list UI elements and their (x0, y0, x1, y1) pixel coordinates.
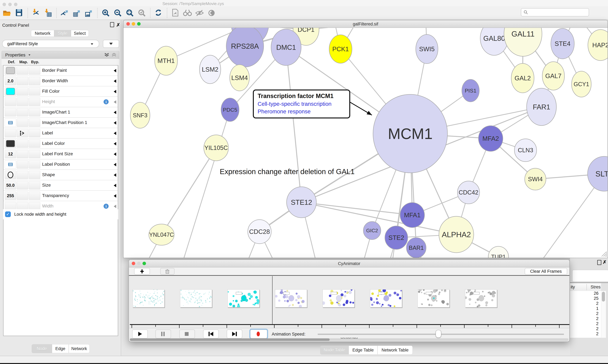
float-panel-icon[interactable] (597, 260, 601, 265)
zoom-in-button[interactable] (101, 8, 111, 18)
bypass-cell[interactable] (29, 87, 40, 95)
network-node-cdc42[interactable]: CDC42 (457, 181, 480, 204)
tab-network[interactable]: Network (31, 30, 54, 37)
frame-thumbnail-1[interactable] (180, 289, 212, 307)
frame-thumbnail-2[interactable] (228, 289, 260, 307)
default-value-cell[interactable] (5, 140, 16, 148)
mapping-cell[interactable] (17, 192, 28, 200)
default-value-cell[interactable]: 255 (5, 192, 16, 200)
network-node-cln3[interactable]: CLN3 (514, 139, 537, 162)
network-node-bar1[interactable]: BAR1 (406, 238, 426, 258)
bypass-cell[interactable] (29, 108, 40, 116)
network-node-alpha2[interactable]: ALPHA2 (439, 216, 474, 253)
bypass-cell[interactable] (29, 98, 40, 106)
open-session-button[interactable] (2, 8, 12, 18)
close-panel-icon[interactable]: ✗ (603, 259, 607, 265)
table-row[interactable]: 2 (570, 301, 601, 306)
tab-edge-table[interactable]: Edge Table (349, 346, 377, 354)
network-node-hap2[interactable]: HAP2 (588, 30, 608, 61)
skip-start-button[interactable] (203, 329, 219, 338)
frame-thumbnail-4[interactable] (322, 289, 355, 307)
expand-all-icon[interactable] (104, 53, 110, 57)
mapping-cell[interactable] (17, 160, 28, 169)
table-row[interactable]: 1 (570, 306, 601, 311)
scrollbar-thumb[interactable] (130, 338, 330, 341)
search-input[interactable] (521, 8, 589, 16)
cyanimator-titlebar[interactable]: CyAnimator (129, 260, 569, 267)
table-row[interactable]: 2 (570, 326, 601, 331)
mapping-cell[interactable] (17, 118, 28, 127)
network-node-mth1[interactable]: MTH1 (155, 46, 178, 75)
table-row[interactable]: 25 (570, 296, 601, 301)
expand-property-icon[interactable] (114, 69, 116, 72)
network-node-ste2[interactable]: STE2 (385, 226, 408, 249)
mapping-cell[interactable] (17, 108, 28, 116)
frame-thumbnail-5[interactable] (370, 289, 402, 307)
bypass-cell[interactable] (29, 77, 40, 85)
default-value-cell[interactable] (5, 171, 16, 179)
frame-thumbnail-6[interactable] (417, 289, 450, 307)
network-node-pis1[interactable]: PIS1 (462, 79, 479, 102)
mapping-cell[interactable] (17, 181, 28, 189)
network-node-gcy1[interactable]: GCY1 (572, 71, 591, 97)
float-panel-icon[interactable] (110, 22, 114, 27)
bypass-cell[interactable] (29, 192, 40, 200)
hide-selected-button[interactable] (194, 8, 205, 18)
tab-select[interactable]: Select (71, 30, 89, 37)
refresh-layout-button[interactable] (153, 8, 164, 18)
pause-button[interactable] (155, 329, 171, 338)
default-value-cell[interactable] (5, 66, 16, 75)
save-session-button[interactable] (14, 8, 24, 18)
tab-edge[interactable]: Edge (52, 344, 69, 353)
zoom-selected-button[interactable] (137, 8, 147, 18)
record-button[interactable] (250, 329, 267, 338)
play-button[interactable] (132, 329, 148, 338)
table-row[interactable]: 26 (570, 291, 601, 296)
mapping-cell[interactable] (17, 87, 28, 95)
bypass-cell[interactable] (29, 181, 40, 189)
resize-grip[interactable] (601, 251, 607, 257)
default-value-cell[interactable]: 2.0 (5, 77, 16, 85)
bypass-cell[interactable] (29, 129, 40, 137)
tab-node[interactable]: Node (32, 344, 52, 353)
expand-property-icon[interactable] (114, 121, 116, 125)
style-options-button[interactable] (103, 40, 119, 48)
style-dropdown[interactable]: galFiltered Style (2, 40, 99, 48)
frame-thumbnail-0[interactable] (133, 289, 165, 307)
network-canvas[interactable]: RPS28BDCP1RPS28ADMC1PCK1MTH1LSM2LSM4SWI5… (124, 28, 608, 258)
mapping-cell[interactable] (17, 129, 28, 137)
expand-property-icon[interactable] (114, 142, 116, 145)
frame-thumbnail-3[interactable] (275, 289, 307, 307)
table-row[interactable]: 2 (570, 331, 601, 337)
network-node-gal2[interactable]: GAL2 (511, 64, 534, 93)
network-node-mfa2[interactable]: MFA2 (479, 126, 503, 151)
network-node-ste4[interactable]: STE4 (551, 28, 574, 59)
network-node-dmc1[interactable]: DMC1 (271, 29, 301, 65)
table-vertical-scrollbar[interactable] (601, 291, 606, 338)
expand-property-icon[interactable] (114, 131, 116, 135)
network-node-pck1[interactable]: PCK1 (329, 35, 352, 63)
table-row[interactable]: 2 (570, 321, 601, 326)
default-value-cell[interactable]: 12 (5, 150, 16, 158)
expand-property-icon[interactable] (114, 90, 116, 93)
info-icon[interactable]: i (104, 204, 109, 209)
tab-network[interactable]: Network (69, 344, 90, 353)
import-network-button[interactable] (31, 8, 41, 18)
export-table-button[interactable] (72, 8, 82, 18)
table-row[interactable]: 2 (570, 316, 601, 321)
annotation-box[interactable]: Transcription factor MCM1 Cell-type-spec… (253, 90, 350, 118)
mapping-cell[interactable] (17, 140, 28, 148)
cyanimator-timeline[interactable]: 0123456789 Seconds (129, 276, 569, 328)
network-node-mcm1[interactable]: MCM1 (373, 94, 447, 173)
bypass-cell[interactable] (29, 66, 40, 75)
network-node-swi5[interactable]: SWI5 (416, 35, 438, 64)
tab-style[interactable]: Style (54, 30, 71, 37)
network-node-cdc28[interactable]: CDC28 (248, 220, 271, 244)
lock-size-checkbox[interactable]: ✓ (5, 211, 11, 217)
mapping-cell[interactable] (17, 150, 28, 158)
collapse-all-icon[interactable] (111, 53, 117, 57)
default-value-cell[interactable] (5, 160, 16, 169)
tab-node-table[interactable]: Node Table (320, 346, 349, 354)
annotation-link[interactable]: Pheromone response (258, 108, 345, 115)
clear-all-frames-button[interactable]: Clear All Frames (525, 268, 567, 275)
